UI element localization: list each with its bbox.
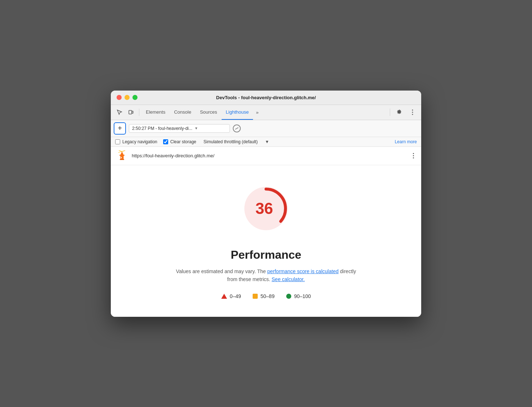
options-row: Legacy navigation Clear storage Simulate… xyxy=(111,137,421,147)
minimize-button[interactable] xyxy=(125,95,130,100)
more-vert-icon-btn[interactable] xyxy=(407,106,418,118)
perf-score-link[interactable]: performance score is calculated xyxy=(267,268,339,274)
clear-storage-label: Clear storage xyxy=(170,139,196,144)
tab-separator xyxy=(139,109,139,116)
cursor-icon xyxy=(117,109,122,115)
device-icon-btn[interactable] xyxy=(125,106,137,118)
devtools-tabs: Elements Console Sources Lighthouse » xyxy=(111,105,421,120)
chevron-down-icon: ▼ xyxy=(195,126,198,130)
performance-title: Performance xyxy=(231,248,301,262)
settings-icon-btn[interactable] xyxy=(394,106,405,118)
svg-rect-1 xyxy=(132,111,133,113)
close-button[interactable] xyxy=(117,95,122,100)
svg-point-4 xyxy=(412,114,413,115)
url-dropdown[interactable]: 2:50:27 PM - foul-heavenly-di... ▼ xyxy=(129,124,230,133)
kebab-dot-3 xyxy=(413,157,414,158)
legend-range-50-89: 50–89 xyxy=(261,293,275,299)
window-controls xyxy=(117,95,138,100)
legend-square-icon xyxy=(253,294,258,299)
add-report-button[interactable]: + xyxy=(114,122,126,135)
svg-rect-0 xyxy=(129,110,132,114)
kebab-dot-1 xyxy=(413,153,414,154)
legend-item-green: 90–100 xyxy=(286,293,311,299)
svg-line-9 xyxy=(119,150,122,152)
kebab-menu-button[interactable] xyxy=(411,152,415,160)
svg-rect-6 xyxy=(121,156,124,160)
titlebar: DevTools - foul-heavenly-direction.glitc… xyxy=(111,91,421,105)
tab-lighthouse[interactable]: Lighthouse xyxy=(222,105,253,120)
tab-console[interactable]: Console xyxy=(170,105,196,120)
svg-line-11 xyxy=(118,152,122,153)
tab-elements[interactable]: Elements xyxy=(141,105,170,120)
main-content: 36 Performance Values are estimated and … xyxy=(111,165,421,317)
legend-item-red: 0–49 xyxy=(221,293,241,299)
tab-sources[interactable]: Sources xyxy=(196,105,222,120)
svg-line-10 xyxy=(122,150,125,152)
svg-point-3 xyxy=(412,112,413,113)
score-gauge: 36 xyxy=(237,180,295,237)
chevron-throttling-icon: ▼ xyxy=(265,139,269,144)
legend-triangle-icon xyxy=(221,294,227,299)
tab-separator-right xyxy=(390,109,390,116)
clear-storage-checkbox[interactable] xyxy=(163,139,168,144)
kebab-dot-2 xyxy=(413,155,414,156)
url-dropdown-value: 2:50:27 PM - foul-heavenly-di... xyxy=(132,126,192,131)
perf-desc-static: Values are estimated and may vary. The xyxy=(176,268,267,274)
legend-range-90-100: 90–100 xyxy=(294,293,311,299)
devtools-window: DevTools - foul-heavenly-direction.glitc… xyxy=(111,91,421,317)
url-text: https://foul-heavenly-direction.glitch.m… xyxy=(132,153,407,158)
no-entry-icon[interactable] xyxy=(233,124,241,132)
legacy-nav-label: Legacy navigation xyxy=(122,139,157,144)
clear-storage-checkbox-label[interactable]: Clear storage xyxy=(163,139,196,144)
learn-more-link[interactable]: Learn more xyxy=(395,139,417,144)
toolbar-row: + 2:50:27 PM - foul-heavenly-di... ▼ xyxy=(111,120,421,137)
svg-point-2 xyxy=(412,110,413,111)
throttling-label: Simulated throttling (default) xyxy=(204,139,258,144)
settings-icon xyxy=(397,109,402,115)
perf-calculator-link[interactable]: See calculator. xyxy=(272,276,305,282)
titlebar-title: DevTools - foul-heavenly-direction.glitc… xyxy=(216,95,316,100)
svg-rect-7 xyxy=(121,157,122,158)
legend-circle-icon xyxy=(286,294,291,299)
legacy-nav-checkbox[interactable] xyxy=(115,139,120,144)
maximize-button[interactable] xyxy=(132,95,138,100)
legend-item-orange: 50–89 xyxy=(253,293,275,299)
performance-description: Values are estimated and may vary. The p… xyxy=(172,267,360,284)
svg-rect-8 xyxy=(120,159,124,160)
score-value: 36 xyxy=(256,200,273,218)
legend-range-0-49: 0–49 xyxy=(230,293,241,299)
url-row: https://foul-heavenly-direction.glitch.m… xyxy=(111,147,421,165)
more-vert-icon xyxy=(412,109,413,115)
device-icon xyxy=(128,109,134,115)
lighthouse-logo-icon xyxy=(117,150,127,161)
legend: 0–49 50–89 90–100 xyxy=(221,293,311,299)
throttling-dropdown[interactable]: ▼ xyxy=(265,139,269,144)
tab-more[interactable]: » xyxy=(253,105,261,120)
cursor-icon-btn[interactable] xyxy=(114,106,125,118)
tabs-right xyxy=(388,106,418,118)
legacy-nav-checkbox-label[interactable]: Legacy navigation xyxy=(115,139,157,144)
